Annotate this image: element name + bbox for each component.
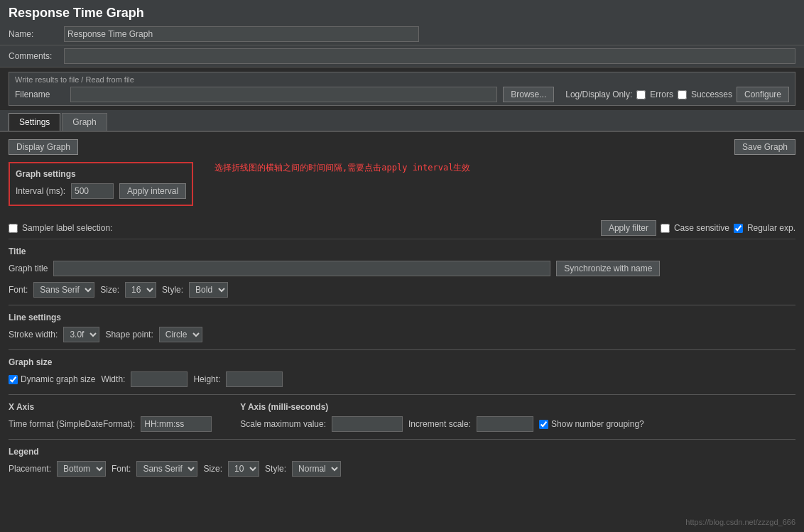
errors-label: Errors — [650, 89, 673, 99]
tab-graph[interactable]: Graph — [62, 113, 107, 131]
apply-interval-button[interactable]: Apply interval — [119, 183, 186, 199]
top-actions: Display Graph Save Graph — [9, 139, 795, 155]
graph-size-label: Graph size — [9, 354, 795, 369]
style-label: Style: — [162, 285, 183, 295]
legend-style-label: Style: — [265, 464, 286, 474]
font-row: Font: Sans Serif Size: 16 Style: Bold — [9, 279, 795, 300]
font-select[interactable]: Sans Serif — [33, 282, 94, 298]
scale-max-label: Scale maximum value: — [240, 419, 326, 429]
regular-exp-checkbox[interactable] — [734, 224, 743, 233]
graph-settings-box: Graph settings Interval (ms): Apply inte… — [9, 162, 193, 206]
dynamic-graph-size-text: Dynamic graph size — [21, 374, 95, 384]
case-sensitive-checkbox[interactable] — [661, 224, 670, 233]
font-label: Font: — [9, 285, 28, 295]
save-graph-button[interactable]: Save Graph — [734, 139, 795, 155]
errors-checkbox[interactable] — [636, 90, 646, 99]
sync-name-button[interactable]: Synchronize with name — [556, 261, 660, 276]
successes-checkbox[interactable] — [678, 90, 687, 99]
tab-settings[interactable]: Settings — [9, 113, 60, 131]
file-section-title: Write results to file / Read from file — [15, 75, 789, 84]
graph-title-row: Graph title Synchronize with name — [9, 258, 795, 279]
placement-select[interactable]: Bottom — [57, 461, 106, 477]
interval-label: Interval (ms): — [16, 186, 65, 196]
interval-input[interactable] — [71, 183, 114, 199]
annotation-text: 选择折线图的横轴之间的时间间隔,需要点击apply interval生效 — [214, 162, 470, 174]
line-settings-row: Stroke width: 3.0f Shape point: Circle — [9, 324, 795, 345]
log-display-section: Log/Display Only: Errors Successes Confi… — [565, 87, 789, 102]
dynamic-graph-size-label[interactable]: Dynamic graph size — [9, 374, 95, 384]
height-label: Height: — [193, 374, 220, 384]
dynamic-graph-size-checkbox[interactable] — [9, 375, 18, 384]
page-title: Response Time Graph — [0, 0, 804, 23]
show-number-grouping-text: Show number grouping? — [551, 419, 644, 429]
x-axis-label: X Axis — [9, 399, 212, 413]
show-number-grouping-label[interactable]: Show number grouping? — [539, 419, 644, 429]
y-axis-label: Y Axis (milli-seconds) — [240, 399, 644, 413]
time-format-label: Time format (SimpleDateFormat): — [9, 419, 135, 429]
axes-row: X Axis Time format (SimpleDateFormat): Y… — [9, 399, 795, 435]
name-row: Name: — [0, 23, 804, 45]
interval-row: Interval (ms): Apply interval — [16, 183, 186, 199]
file-row: Filename Browse... Log/Display Only: Err… — [15, 87, 789, 102]
successes-label: Successes — [691, 89, 732, 99]
width-input[interactable] — [131, 371, 188, 387]
main-content: Display Graph Save Graph Graph settings … — [0, 132, 804, 487]
style-select[interactable]: Bold — [189, 282, 228, 298]
scale-row: Scale maximum value: Increment scale: Sh… — [240, 413, 644, 435]
apply-filter-button[interactable]: Apply filter — [601, 220, 656, 236]
sampler-left: Sampler label selection: — [9, 223, 112, 233]
time-format-row: Time format (SimpleDateFormat): — [9, 413, 212, 435]
shape-point-label: Shape point: — [105, 330, 153, 340]
x-axis-section: X Axis Time format (SimpleDateFormat): — [9, 399, 212, 435]
line-settings-label: Line settings — [9, 310, 795, 324]
browse-button[interactable]: Browse... — [503, 87, 554, 102]
file-section: Write results to file / Read from file F… — [9, 72, 795, 106]
graph-settings-title: Graph settings — [16, 169, 186, 179]
increment-scale-label: Increment scale: — [408, 419, 471, 429]
placement-label: Placement: — [9, 464, 51, 474]
sampler-label: Sampler label selection: — [22, 223, 112, 233]
tabs-bar: Settings Graph — [0, 110, 804, 132]
sampler-row: Sampler label selection: Apply filter Ca… — [9, 217, 795, 239]
height-input[interactable] — [226, 371, 283, 387]
sampler-right: Apply filter Case sensitive Regular exp. — [601, 220, 795, 236]
graph-settings-area: Graph settings Interval (ms): Apply inte… — [9, 162, 795, 212]
display-graph-button[interactable]: Display Graph — [9, 139, 78, 155]
legend-size-select[interactable]: 10 — [228, 461, 259, 477]
name-label: Name: — [9, 29, 58, 39]
comments-row: Comments: — [0, 45, 804, 67]
show-number-grouping-checkbox[interactable] — [539, 420, 548, 429]
stroke-width-label: Stroke width: — [9, 330, 58, 340]
width-label: Width: — [101, 374, 125, 384]
size-select[interactable]: 16 — [125, 282, 156, 298]
configure-button[interactable]: Configure — [737, 87, 789, 102]
sampler-checkbox[interactable] — [9, 224, 18, 233]
case-sensitive-label: Case sensitive — [674, 223, 729, 233]
legend-row: Placement: Bottom Font: Sans Serif Size:… — [9, 458, 795, 479]
y-axis-section: Y Axis (milli-seconds) Scale maximum val… — [240, 399, 644, 435]
regular-exp-label: Regular exp. — [747, 223, 795, 233]
shape-point-select[interactable]: Circle — [159, 327, 202, 342]
legend-font-label: Font: — [112, 464, 131, 474]
filename-input[interactable] — [70, 87, 497, 102]
filename-label: Filename — [15, 89, 65, 99]
scale-max-input[interactable] — [332, 416, 403, 432]
stroke-width-select[interactable]: 3.0f — [63, 327, 99, 342]
legend-style-select[interactable]: Normal — [292, 461, 341, 477]
graph-title-label: Graph title — [9, 264, 48, 273]
increment-scale-input[interactable] — [477, 416, 533, 432]
comments-label: Comments: — [9, 51, 58, 61]
comments-input[interactable] — [64, 48, 795, 64]
footer-url: https://blog.csdn.net/zzzgd_666 — [685, 518, 795, 526]
legend-size-label: Size: — [203, 464, 222, 474]
graph-title-input[interactable] — [53, 261, 550, 276]
legend-font-select[interactable]: Sans Serif — [136, 461, 197, 477]
log-display-label: Log/Display Only: — [565, 89, 632, 99]
time-format-input[interactable] — [141, 416, 212, 432]
size-label: Size: — [100, 285, 119, 295]
name-input[interactable] — [64, 26, 419, 42]
legend-section-label: Legend — [9, 444, 795, 458]
title-section-label: Title — [9, 244, 795, 258]
graph-size-row: Dynamic graph size Width: Height: — [9, 369, 795, 390]
